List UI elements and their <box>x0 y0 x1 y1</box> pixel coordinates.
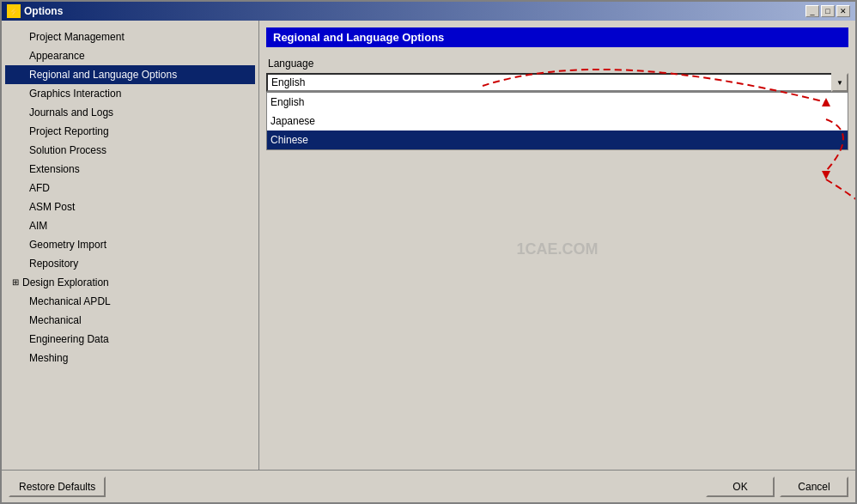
cancel-button[interactable]: Cancel <box>780 477 848 497</box>
sidebar-item-label: AFD <box>29 182 50 194</box>
sidebar: Project ManagementAppearanceRegional and… <box>2 21 259 470</box>
language-label: Language <box>266 58 848 70</box>
sidebar-item-label: ASM Post <box>29 201 75 213</box>
sidebar-item-label: Journals and Logs <box>29 106 113 118</box>
sidebar-item-label: Appearance <box>29 50 85 62</box>
sidebar-item[interactable]: Solution Process <box>5 141 255 160</box>
language-dropdown[interactable]: English ▼ <box>266 73 848 92</box>
sidebar-item-label: Graphics Interaction <box>29 88 121 100</box>
sidebar-item[interactable]: Project Management <box>5 27 255 46</box>
sidebar-item-label: Solution Process <box>29 144 106 156</box>
dropdown-list: EnglishJapaneseChinese <box>266 92 848 150</box>
sidebar-item[interactable]: Project Reporting <box>5 122 255 141</box>
dropdown-option[interactable]: Japanese <box>267 112 848 131</box>
sidebar-item[interactable]: Regional and Language Options <box>5 65 255 84</box>
sidebar-item-label: Regional and Language Options <box>29 69 177 81</box>
title-buttons: _ □ ✕ <box>805 5 850 17</box>
minimize-button[interactable]: _ <box>805 5 819 17</box>
sidebar-item-label: Geometry Import <box>29 239 106 251</box>
title-bar: ⚡ Options _ □ ✕ <box>2 2 855 21</box>
sidebar-item[interactable]: Meshing <box>5 349 255 367</box>
dropdown-arrow-icon[interactable]: ▼ <box>831 73 848 92</box>
ok-button[interactable]: OK <box>706 477 775 497</box>
options-window: ⚡ Options _ □ ✕ Project ManagementAppear… <box>0 0 857 504</box>
title-bar-left: ⚡ Options <box>7 4 63 18</box>
bottom-bar: Restore Defaults OK Cancel <box>2 470 855 502</box>
sidebar-item-label: Project Management <box>29 31 125 43</box>
window-title: Options <box>24 5 63 17</box>
sidebar-item-label: Project Reporting <box>29 125 109 137</box>
sidebar-item-label: Design Exploration <box>22 275 109 290</box>
sidebar-item[interactable]: Repository <box>5 254 255 273</box>
main-area: Project ManagementAppearanceRegional and… <box>2 21 855 470</box>
sidebar-item[interactable]: Graphics Interaction <box>5 84 255 103</box>
sidebar-item-label: Engineering Data <box>29 333 109 345</box>
sidebar-item[interactable]: AIM <box>5 216 255 235</box>
language-dropdown-container: English ▼ EnglishJapaneseChinese <box>266 73 848 150</box>
sidebar-item[interactable]: ⊞Design Exploration <box>5 273 255 292</box>
sidebar-item[interactable]: AFD <box>5 179 255 197</box>
sidebar-item[interactable]: Geometry Import <box>5 235 255 254</box>
svg-marker-1 <box>822 171 830 179</box>
dropdown-option[interactable]: English <box>267 93 848 112</box>
watermark: 1CAE.COM <box>516 240 598 258</box>
sidebar-item-label: Repository <box>29 258 78 270</box>
sidebar-item-label: Meshing <box>29 352 68 364</box>
sidebar-item[interactable]: Journals and Logs <box>5 103 255 122</box>
sidebar-item-label: Extensions <box>29 163 80 175</box>
sidebar-item[interactable]: Extensions <box>5 160 255 179</box>
expand-icon: ⊞ <box>12 275 19 290</box>
bottom-right: OK Cancel <box>706 477 848 497</box>
dropdown-option[interactable]: Chinese <box>267 131 848 149</box>
sidebar-item-label: Mechanical <box>29 314 82 326</box>
sidebar-item-label: Mechanical APDL <box>29 295 111 307</box>
close-button[interactable]: ✕ <box>836 5 850 17</box>
sidebar-item[interactable]: Engineering Data <box>5 330 255 349</box>
window-icon: ⚡ <box>7 4 21 18</box>
sidebar-item[interactable]: Appearance <box>5 46 255 65</box>
sidebar-item[interactable]: Mechanical APDL <box>5 292 255 311</box>
maximize-button[interactable]: □ <box>821 5 835 17</box>
content-panel: Regional and Language Options Language E… <box>259 21 855 470</box>
bottom-left: Restore Defaults <box>9 477 106 497</box>
sidebar-item-label: AIM <box>29 220 47 232</box>
sidebar-item[interactable]: ASM Post <box>5 197 255 216</box>
dropdown-current-value: English <box>271 76 305 88</box>
language-section: Language English ▼ EnglishJapaneseChines… <box>266 58 848 150</box>
sidebar-item[interactable]: Mechanical <box>5 311 255 330</box>
panel-title: Regional and Language Options <box>266 27 848 47</box>
restore-defaults-button[interactable]: Restore Defaults <box>9 477 106 497</box>
